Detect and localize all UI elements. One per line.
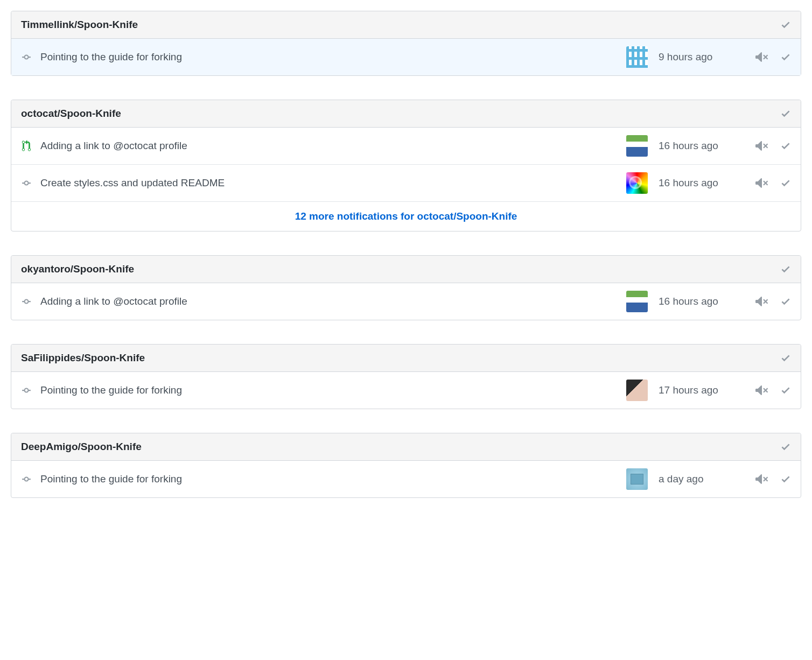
notification-row[interactable]: Pointing to the guide for forking9 hours… (11, 39, 801, 75)
notification-row[interactable]: Adding a link to @octocat profile16 hour… (11, 128, 801, 165)
notification-time: 16 hours ago (659, 296, 750, 307)
mute-button[interactable] (755, 295, 768, 308)
avatar (626, 291, 648, 312)
mute-button[interactable] (755, 177, 768, 189)
row-actions (755, 473, 791, 486)
notification-title[interactable]: Pointing to the guide for forking (40, 473, 615, 485)
repo-title[interactable]: Timmellink/Spoon-Knife (21, 19, 138, 31)
git-commit-icon (21, 178, 32, 188)
repo-title[interactable]: octocat/Spoon-Knife (21, 108, 121, 120)
row-actions (755, 139, 791, 152)
notifications-list: Timmellink/Spoon-KnifePointing to the gu… (11, 11, 801, 498)
notification-group: DeepAmigo/Spoon-KnifePointing to the gui… (11, 433, 801, 498)
notification-row[interactable]: Pointing to the guide for forking17 hour… (11, 372, 801, 409)
notification-title[interactable]: Pointing to the guide for forking (40, 384, 615, 396)
notification-time: a day ago (659, 473, 750, 485)
repo-title[interactable]: SaFilippides/Spoon-Knife (21, 352, 145, 364)
avatar (626, 380, 648, 401)
notification-group: Timmellink/Spoon-KnifePointing to the gu… (11, 11, 801, 76)
notification-time: 17 hours ago (659, 384, 750, 396)
avatar (626, 46, 648, 68)
mark-read-button[interactable] (780, 474, 791, 485)
repo-title[interactable]: DeepAmigo/Spoon-Knife (21, 441, 142, 453)
mark-read-button[interactable] (780, 141, 791, 151)
mark-read-button[interactable] (780, 385, 791, 396)
group-header: octocat/Spoon-Knife (11, 100, 801, 128)
notification-group: octocat/Spoon-KnifeAdding a link to @oct… (11, 100, 801, 231)
row-actions (755, 295, 791, 308)
group-header: okyantoro/Spoon-Knife (11, 256, 801, 283)
repo-title[interactable]: okyantoro/Spoon-Knife (21, 263, 134, 275)
notification-title[interactable]: Adding a link to @octocat profile (40, 296, 615, 307)
notification-title[interactable]: Create styles.css and updated README (40, 177, 615, 189)
notification-row[interactable]: Pointing to the guide for forkinga day a… (11, 461, 801, 497)
group-header: SaFilippides/Spoon-Knife (11, 345, 801, 372)
notification-time: 16 hours ago (659, 177, 750, 189)
notification-time: 9 hours ago (659, 51, 750, 63)
mute-button[interactable] (755, 139, 768, 152)
more-notifications-link[interactable]: 12 more notifications for octocat/Spoon-… (295, 210, 517, 222)
row-actions (755, 51, 791, 64)
mark-all-read-button[interactable] (780, 441, 791, 452)
mark-all-read-button[interactable] (780, 264, 791, 275)
mark-read-button[interactable] (780, 52, 791, 62)
row-actions (755, 384, 791, 397)
mute-button[interactable] (755, 384, 768, 397)
notification-title[interactable]: Pointing to the guide for forking (40, 51, 615, 63)
mute-button[interactable] (755, 473, 768, 486)
git-commit-icon (21, 474, 32, 485)
mute-button[interactable] (755, 51, 768, 64)
mark-all-read-button[interactable] (780, 353, 791, 363)
mark-read-button[interactable] (780, 296, 791, 307)
mark-all-read-button[interactable] (780, 19, 791, 30)
notification-row[interactable]: Adding a link to @octocat profile16 hour… (11, 283, 801, 320)
avatar (626, 468, 648, 490)
git-commit-icon (21, 385, 32, 396)
notification-group: okyantoro/Spoon-KnifeAdding a link to @o… (11, 255, 801, 320)
notification-row[interactable]: Create styles.css and updated README16 h… (11, 165, 801, 202)
git-commit-icon (21, 52, 32, 62)
notification-title[interactable]: Adding a link to @octocat profile (40, 140, 615, 152)
avatar (626, 172, 648, 194)
mark-read-button[interactable] (780, 178, 791, 188)
avatar (626, 135, 648, 157)
row-actions (755, 177, 791, 189)
group-header: Timmellink/Spoon-Knife (11, 11, 801, 39)
group-header: DeepAmigo/Spoon-Knife (11, 433, 801, 461)
git-commit-icon (21, 296, 32, 307)
notification-time: 16 hours ago (659, 140, 750, 152)
more-notifications: 12 more notifications for octocat/Spoon-… (11, 202, 801, 231)
notification-group: SaFilippides/Spoon-KnifePointing to the … (11, 344, 801, 409)
mark-all-read-button[interactable] (780, 108, 791, 119)
git-pull-request-icon (21, 141, 32, 151)
